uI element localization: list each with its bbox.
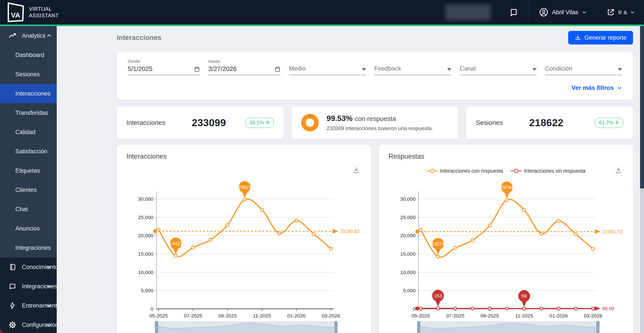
sidebar-item-anuncios[interactable]: Anuncios	[0, 219, 57, 238]
svg-text:5,000: 5,000	[403, 288, 416, 293]
brush-handle-right[interactable]: ⋮⋮	[596, 321, 600, 333]
svg-text:29827: 29827	[238, 184, 252, 190]
date-from-value: 5/1/2025	[128, 65, 152, 72]
date-to-field[interactable]: Hasta 3/27/2026	[208, 59, 280, 75]
sidebar-item-clientes[interactable]: Clientes	[0, 180, 57, 200]
chat-button[interactable]	[498, 0, 528, 24]
app-logo[interactable]: VA VIRTUAL ASSISTANT	[0, 2, 59, 23]
chart-download-icon[interactable]	[353, 166, 360, 174]
svg-text:0: 0	[413, 306, 416, 312]
chevron-down-icon	[630, 10, 635, 15]
svg-text:99.09: 99.09	[602, 306, 614, 311]
svg-text:05-2025: 05-2025	[412, 313, 430, 318]
generate-report-button[interactable]: Generar reporte	[568, 31, 633, 44]
scrollbar-thumb[interactable]	[640, 26, 644, 188]
sidebar: Analytics Dashboard Sesiones Interaccion…	[0, 26, 57, 333]
dropdown-arrow-icon	[362, 68, 366, 71]
sidebar-item-satisfaccion[interactable]: Satisfacción	[0, 142, 57, 161]
svg-text:59: 59	[521, 293, 526, 299]
svg-text:20,000: 20,000	[400, 233, 416, 238]
svg-text:10,000: 10,000	[138, 270, 153, 275]
svg-text:10,000: 10,000	[400, 270, 416, 275]
gear-icon	[8, 321, 17, 329]
more-filters-link[interactable]: Ver más filtros	[572, 84, 622, 91]
svg-text:25,000: 25,000	[400, 214, 416, 220]
calendar-icon[interactable]	[274, 66, 280, 72]
double-chevron-up-icon	[266, 120, 270, 125]
chart-zoom-brush[interactable]: ⋮⋮ ⋮⋮	[156, 321, 337, 333]
chart-zoom-brush[interactable]: ⋮⋮ ⋮⋮	[418, 321, 599, 333]
sidebar-group-configuraciones[interactable]: Configuraciones	[0, 315, 57, 333]
sidebar-item-integraciones[interactable]: Integraciones	[0, 238, 57, 258]
sidebar-group-conocimiento[interactable]: Conocimiento	[0, 258, 57, 277]
sidebar-analytics-section: Analytics Dashboard Sesiones Interaccion…	[0, 26, 57, 258]
chart-download-icon[interactable]	[615, 166, 622, 174]
page-title: Interacciones	[117, 34, 162, 42]
svg-text:29744: 29744	[500, 185, 514, 190]
sidebar-item-etiquetas[interactable]: Etiquetas	[0, 161, 57, 180]
lightning-icon	[8, 302, 17, 310]
legend-item[interactable]: Interacciones sin respuesta	[510, 168, 586, 174]
chevron-down-icon	[46, 284, 52, 289]
sidebar-item-transferidas[interactable]: Transferidas	[0, 103, 57, 122]
sidebar-item-chat[interactable]: Chat	[0, 200, 57, 219]
select-canal[interactable]: Canal	[460, 65, 537, 75]
brush-handle-left[interactable]: ⋮⋮	[417, 321, 420, 333]
download-icon	[575, 34, 581, 41]
chevron-down-icon	[46, 303, 52, 308]
book-icon	[8, 263, 17, 271]
chevron-up-icon	[46, 33, 52, 38]
dropdown-arrow-icon	[532, 68, 537, 71]
kpi-sesiones-value: 218622	[529, 117, 564, 128]
calendar-icon[interactable]	[194, 66, 200, 72]
sidebar-group-label: Analytics	[22, 32, 46, 39]
select-feedback[interactable]: Feedback	[374, 65, 452, 75]
date-from-field[interactable]: Desde 5/1/2025	[128, 59, 200, 75]
svg-text:01-2026: 01-2026	[287, 313, 306, 318]
svg-text:14427: 14427	[169, 241, 182, 246]
sidebar-item-dashboard[interactable]: Dashboard	[0, 45, 57, 65]
user-avatar-icon	[539, 8, 548, 17]
respuestas-chart-card: Respuestas Interacciones con respuestaIn…	[379, 144, 633, 333]
sidebar-group-integraciones[interactable]: Integraciones	[0, 277, 57, 296]
svg-text:09-2025: 09-2025	[218, 313, 237, 318]
svg-text:14274: 14274	[431, 241, 445, 247]
user-menu[interactable]: Abril Vilas	[528, 0, 597, 24]
scrollbar-track[interactable]	[640, 26, 644, 333]
svg-text:03-2026: 03-2026	[322, 313, 340, 318]
user-name: Abril Vilas	[552, 9, 578, 16]
date-to-value: 3/27/2026	[208, 65, 236, 72]
svg-text:15,000: 15,000	[138, 251, 153, 257]
sidebar-group-analytics[interactable]: Analytics	[0, 26, 57, 45]
response-detail: 232009 interacciones tuvieron una respue…	[326, 125, 433, 132]
dropdown-arrow-icon	[618, 68, 622, 71]
chart-title: Interacciones	[126, 152, 362, 160]
svg-text:07-2025: 07-2025	[446, 313, 464, 318]
partner-logo-blurred	[438, 0, 498, 24]
main-content: Interacciones Generar reporte Desde 5/1/…	[57, 26, 640, 333]
chart-legend: Interacciones con respuestaInteracciones…	[426, 168, 586, 174]
interacciones-chart-card: Interacciones 05,00010,00015,00020,00025…	[117, 144, 371, 333]
svg-text:0: 0	[150, 306, 153, 312]
svg-text:11-2025: 11-2025	[515, 313, 533, 318]
chat-bubble-icon	[8, 282, 17, 290]
kpi-respuesta-card: 99.53%con respuesta 232009 interacciones…	[292, 106, 458, 139]
sidebar-group-entrenamiento[interactable]: Entrenamiento	[0, 296, 57, 315]
kpi-interacciones-value: 233099	[192, 117, 226, 128]
brush-handle-right[interactable]: ⋮⋮	[334, 321, 338, 333]
blurred-box	[446, 4, 490, 20]
kpi-interacciones-card: Interacciones 233099 58.1%	[117, 106, 284, 139]
svg-text:05-2025: 05-2025	[150, 313, 168, 318]
chevron-down-icon	[46, 264, 52, 270]
sidebar-item-sesiones[interactable]: Sesiones	[0, 65, 57, 84]
sidebar-item-interacciones[interactable]: Interacciones	[0, 84, 57, 103]
select-condicion[interactable]: Condición	[545, 65, 622, 75]
legend-item[interactable]: Interacciones con respuesta	[426, 168, 503, 174]
select-medio[interactable]: Medio	[289, 65, 366, 75]
goto-menu[interactable]: Ir a	[597, 0, 644, 24]
sidebar-item-calidad[interactable]: Calidad	[0, 122, 57, 142]
kpi-sesiones-card: Sesiones 218622 61.7%	[466, 106, 633, 139]
svg-text:5,000: 5,000	[141, 288, 153, 293]
svg-text:15,000: 15,000	[400, 251, 416, 257]
brush-handle-left[interactable]: ⋮⋮	[155, 321, 158, 333]
